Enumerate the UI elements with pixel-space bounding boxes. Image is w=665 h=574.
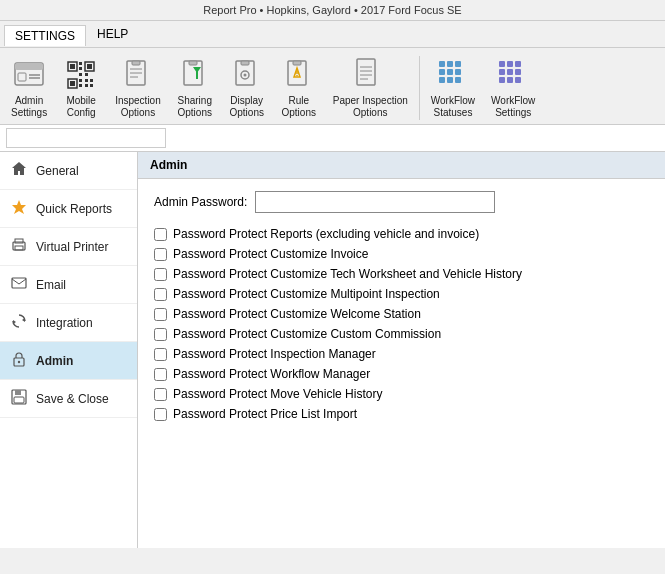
- admin-password-row: Admin Password:: [154, 191, 649, 213]
- svg-rect-72: [15, 390, 21, 395]
- sidebar-item-email[interactable]: Email: [0, 266, 137, 304]
- checkbox-1[interactable]: [154, 228, 167, 241]
- toolbar-paper-inspection-options[interactable]: Paper InspectionOptions: [326, 52, 415, 124]
- svg-rect-59: [499, 77, 505, 83]
- checkbox-row-3: Password Protect Customize Tech Workshee…: [154, 267, 649, 281]
- svg-rect-66: [12, 278, 26, 288]
- admin-icon: [10, 351, 28, 370]
- admin-password-label: Admin Password:: [154, 195, 247, 209]
- checkbox-row-10: Password Protect Price List Import: [154, 407, 649, 421]
- checkbox-9[interactable]: [154, 388, 167, 401]
- email-icon: [10, 275, 28, 294]
- svg-rect-20: [79, 84, 82, 87]
- virtual-printer-icon: [10, 237, 28, 256]
- svg-rect-47: [439, 69, 445, 75]
- checkbox-label-3: Password Protect Customize Tech Workshee…: [173, 267, 522, 281]
- sidebar-general-label: General: [36, 164, 79, 178]
- sidebar-item-quick-reports[interactable]: Quick Reports: [0, 190, 137, 228]
- admin-settings-icon: [11, 57, 47, 93]
- svg-rect-17: [85, 84, 88, 87]
- search-bar: [0, 125, 665, 152]
- svg-marker-62: [12, 200, 26, 214]
- checkbox-label-8: Password Protect Workflow Manager: [173, 367, 370, 381]
- checkbox-6[interactable]: [154, 328, 167, 341]
- rule-options-label: RuleOptions: [282, 95, 316, 119]
- toolbar-workflow-statuses[interactable]: WorkFlowStatuses: [424, 52, 482, 124]
- menu-settings[interactable]: SETTINGS: [4, 25, 86, 46]
- workflow-statuses-label: WorkFlowStatuses: [431, 95, 475, 119]
- svg-rect-31: [241, 61, 249, 65]
- main-layout: General Quick Reports Virtual Printer Em…: [0, 152, 665, 548]
- menu-help[interactable]: HELP: [86, 23, 139, 45]
- toolbar-rule-options[interactable]: RuleOptions: [274, 52, 324, 124]
- svg-rect-44: [439, 61, 445, 67]
- workflow-settings-label: WorkFlowSettings: [491, 95, 535, 119]
- svg-rect-19: [79, 79, 82, 82]
- search-input[interactable]: [6, 128, 166, 148]
- svg-rect-14: [79, 73, 82, 76]
- sidebar-admin-label: Admin: [36, 354, 73, 368]
- svg-rect-48: [447, 69, 453, 75]
- svg-rect-65: [15, 246, 23, 250]
- sidebar-item-general[interactable]: General: [0, 152, 137, 190]
- integration-icon: [10, 313, 28, 332]
- svg-rect-53: [499, 61, 505, 67]
- mobile-config-icon: [63, 57, 99, 93]
- sidebar-item-virtual-printer[interactable]: Virtual Printer: [0, 228, 137, 266]
- svg-marker-68: [13, 320, 16, 324]
- title-bar: Report Pro • Hopkins, Gaylord • 2017 For…: [0, 0, 665, 21]
- checkbox-2[interactable]: [154, 248, 167, 261]
- sidebar-integration-label: Integration: [36, 316, 93, 330]
- svg-rect-73: [14, 397, 24, 403]
- checkbox-label-10: Password Protect Price List Import: [173, 407, 357, 421]
- sidebar-item-admin[interactable]: Admin: [0, 342, 137, 380]
- checkbox-10[interactable]: [154, 408, 167, 421]
- sidebar: General Quick Reports Virtual Printer Em…: [0, 152, 138, 548]
- checkbox-row-5: Password Protect Customize Welcome Stati…: [154, 307, 649, 321]
- sharing-options-label: SharingOptions: [178, 95, 212, 119]
- content-title: Admin: [150, 158, 187, 172]
- svg-rect-54: [507, 61, 513, 67]
- checkbox-5[interactable]: [154, 308, 167, 321]
- toolbar-workflow-settings[interactable]: WorkFlowSettings: [484, 52, 542, 124]
- sharing-options-icon: [177, 57, 213, 93]
- svg-rect-56: [499, 69, 505, 75]
- display-options-label: DisplayOptions: [230, 95, 264, 119]
- general-icon: [10, 161, 28, 180]
- svg-rect-35: [293, 61, 301, 65]
- svg-point-70: [18, 361, 20, 363]
- svg-rect-49: [455, 69, 461, 75]
- checkbox-label-5: Password Protect Customize Welcome Stati…: [173, 307, 421, 321]
- sidebar-item-integration[interactable]: Integration: [0, 304, 137, 342]
- checkbox-label-7: Password Protect Inspection Manager: [173, 347, 376, 361]
- inspection-options-label: InspectionOptions: [115, 95, 161, 119]
- toolbar-sharing-options[interactable]: SharingOptions: [170, 52, 220, 124]
- content-header: Admin: [138, 152, 665, 179]
- checkbox-8[interactable]: [154, 368, 167, 381]
- toolbar-mobile-config[interactable]: MobileConfig: [56, 52, 106, 124]
- svg-rect-61: [515, 77, 521, 83]
- checkbox-3[interactable]: [154, 268, 167, 281]
- admin-password-input[interactable]: [255, 191, 495, 213]
- inspection-options-icon: [120, 57, 156, 93]
- sidebar-item-save-close[interactable]: Save & Close: [0, 380, 137, 418]
- checkbox-7[interactable]: [154, 348, 167, 361]
- svg-rect-2: [18, 73, 26, 81]
- svg-rect-10: [70, 81, 75, 86]
- svg-rect-8: [87, 64, 92, 69]
- svg-marker-67: [22, 318, 25, 322]
- save-close-icon: [10, 389, 28, 408]
- svg-rect-58: [515, 69, 521, 75]
- checkbox-row-7: Password Protect Inspection Manager: [154, 347, 649, 361]
- toolbar-inspection-options[interactable]: InspectionOptions: [108, 52, 168, 124]
- toolbar-admin-settings[interactable]: AdminSettings: [4, 52, 54, 124]
- checkbox-4[interactable]: [154, 288, 167, 301]
- checkbox-label-9: Password Protect Move Vehicle History: [173, 387, 382, 401]
- checkbox-row-1: Password Protect Reports (excluding vehi…: [154, 227, 649, 241]
- toolbar-display-options[interactable]: DisplayOptions: [222, 52, 272, 124]
- sidebar-email-label: Email: [36, 278, 66, 292]
- svg-rect-18: [90, 84, 93, 87]
- sidebar-save-close-label: Save & Close: [36, 392, 109, 406]
- svg-rect-1: [15, 63, 43, 70]
- svg-rect-60: [507, 77, 513, 83]
